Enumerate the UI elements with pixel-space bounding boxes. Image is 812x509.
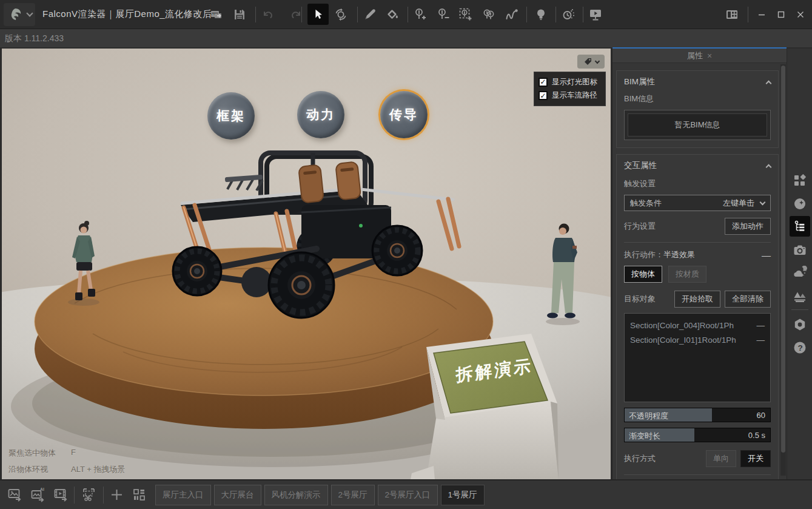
hint-row: 聚焦选中物体 F — [8, 448, 125, 459]
section-title: BIM属性 — [624, 76, 655, 87]
model-batch-icon[interactable] — [481, 7, 496, 22]
target-list-item[interactable]: Section[Color_004]Root/1Ph — — [630, 318, 765, 332]
hotspot-label: 动力 — [306, 106, 335, 123]
bim-section-header[interactable]: BIM属性 — [624, 76, 771, 87]
paint-bucket-icon[interactable] — [385, 7, 400, 22]
remove-target-icon[interactable]: — — [757, 335, 765, 345]
person-male[interactable] — [546, 224, 580, 326]
collapse-chevron-icon[interactable] — [766, 80, 772, 86]
export-image-icon[interactable] — [7, 487, 22, 502]
path-draw-icon[interactable] — [505, 7, 519, 22]
save-icon[interactable] — [232, 7, 247, 22]
fade-duration-slider[interactable]: 渐变时长 0.5 s — [624, 428, 771, 442]
hint-keys: F — [71, 448, 76, 459]
version-bar: 版本 1.11.2.433 — [0, 29, 812, 48]
collapse-action-button[interactable]: — — [762, 250, 771, 260]
panel-scrollbar[interactable] — [780, 64, 786, 476]
chevron-down-icon — [594, 58, 599, 63]
hint-action: 沿物体环视 — [8, 464, 71, 475]
select-tool-button[interactable] — [307, 4, 329, 25]
app-menu-button[interactable] — [4, 3, 35, 26]
hotspot-label: 传导 — [389, 106, 418, 123]
target-name: Section[Color_004]Root/1Ph — [630, 321, 754, 330]
target-list-item[interactable]: Section[Color_I01]1Root/1Ph — — [630, 332, 765, 347]
slider-value: 60 — [757, 411, 765, 420]
clear-all-button[interactable]: 全部清除 — [725, 291, 771, 308]
mode-by-material-button[interactable]: 按材质 — [668, 266, 706, 283]
mode-by-object-button[interactable]: 按物体 — [624, 266, 662, 283]
hotspot-disc-transmission-selected[interactable]: 传导 — [380, 91, 428, 138]
view-button-hall2-entrance[interactable]: 2号展厅入口 — [378, 485, 438, 505]
trigger-condition-dropdown[interactable]: 触发条件 左键单击 — [624, 195, 771, 211]
view-button-main-entrance[interactable]: 展厅主入口 — [155, 485, 211, 505]
tab-close-icon[interactable]: × — [707, 51, 712, 61]
hotspot-disc-power[interactable]: 动力 — [297, 91, 344, 138]
weather-icon[interactable] — [793, 266, 807, 280]
toolbar-divider — [748, 7, 748, 22]
toolbar-divider — [357, 7, 358, 22]
option-label: 显示灯光图标 — [552, 77, 597, 87]
components-icon[interactable] — [793, 174, 807, 188]
view-button-hall2[interactable]: 2号展厅 — [331, 485, 375, 505]
tab-properties[interactable]: 属性 × — [612, 49, 787, 63]
camera-icon[interactable] — [793, 243, 807, 257]
pen-pick-icon[interactable] — [363, 7, 377, 22]
layout-panels-icon[interactable] — [725, 7, 739, 22]
behavior-label: 行为设置 — [624, 221, 656, 232]
minimize-button[interactable] — [753, 6, 770, 23]
option-show-light-icons[interactable]: ✓ 显示灯光图标 — [539, 77, 601, 87]
view-grid-icon[interactable] — [132, 487, 147, 502]
checkbox-checked[interactable]: ✓ — [539, 78, 548, 87]
opacity-slider[interactable]: 不透明程度 60 — [624, 408, 771, 422]
export-image-ai-icon[interactable]: AI — [30, 487, 45, 502]
bim-info-box: 暂无BIM信息 — [624, 110, 771, 140]
model-area-add-icon[interactable] — [458, 7, 473, 22]
bottom-divider — [103, 487, 104, 504]
tag-icon — [583, 57, 592, 66]
help-icon[interactable]: ? — [793, 340, 807, 355]
model-remove-icon[interactable] — [436, 7, 451, 22]
export-video-icon[interactable] — [53, 487, 69, 502]
toolbar-divider — [583, 7, 583, 22]
environment-sphere-icon[interactable] — [793, 197, 807, 211]
close-button[interactable] — [792, 6, 809, 23]
display-options-panel: ✓ 显示灯光图标 ✓ 显示车流路径 — [534, 72, 606, 106]
maximize-button[interactable] — [773, 6, 790, 23]
undo-icon[interactable] — [261, 7, 275, 22]
svg-text:?: ? — [798, 343, 803, 352]
export-exe-icon[interactable]: EXE — [209, 7, 224, 22]
option-show-traffic-path[interactable]: ✓ 显示车流路径 — [539, 90, 601, 101]
hotspot-disc-frame[interactable]: 框架 — [207, 92, 255, 140]
model-add-icon[interactable] — [413, 7, 428, 22]
interaction-section-header[interactable]: 交互属性 — [624, 160, 771, 171]
close-icon — [796, 10, 805, 19]
view-button-hall1-active[interactable]: 1号展厅 — [441, 485, 485, 505]
presentation-icon[interactable] — [588, 7, 603, 22]
dropdown-value: 左键单击 — [723, 198, 754, 209]
maximize-icon — [777, 10, 785, 19]
remove-target-icon[interactable]: — — [757, 321, 765, 330]
light-icon[interactable] — [534, 7, 548, 22]
checkbox-checked[interactable]: ✓ — [539, 91, 548, 100]
terrain-icon[interactable] — [793, 289, 807, 303]
time-of-day-icon[interactable] — [561, 7, 575, 22]
screenshot-crop-icon[interactable] — [81, 487, 96, 502]
collapse-chevron-icon[interactable] — [766, 164, 772, 170]
target-list[interactable]: Section[Color_004]Root/1Ph — Section[Col… — [624, 313, 771, 402]
hotspot-label: 框架 — [216, 107, 246, 124]
orbit-rotate-icon[interactable] — [334, 7, 348, 22]
chevron-down-icon — [760, 199, 766, 205]
properties-panel: 属性 × BIM属性 BIM信息 暂无BIM信息 交互属性 触发设置 触发条件 — [612, 47, 787, 479]
scene-outliner-button-active[interactable] — [790, 216, 810, 237]
tag-filter-button[interactable] — [577, 55, 605, 69]
add-view-icon[interactable] — [109, 487, 124, 502]
scrollbar-thumb[interactable] — [781, 66, 785, 453]
exec-toggle-button[interactable]: 开关 — [740, 450, 771, 467]
view-button-hall-stage[interactable]: 大厅展台 — [214, 485, 261, 505]
view-button-fan-demo[interactable]: 风机分解演示 — [264, 485, 328, 505]
pick-start-button[interactable]: 开始拾取 — [674, 291, 720, 308]
exec-one-way-button[interactable]: 单向 — [706, 450, 736, 467]
settings-icon[interactable] — [793, 317, 807, 332]
add-action-button[interactable]: 添加动作 — [725, 218, 771, 235]
viewport-3d[interactable]: 拆解演示 框架 动力 传导 ✓ 显示灯光图标 ✓ 显示车流路径 聚焦选中物体 F — [2, 49, 611, 479]
